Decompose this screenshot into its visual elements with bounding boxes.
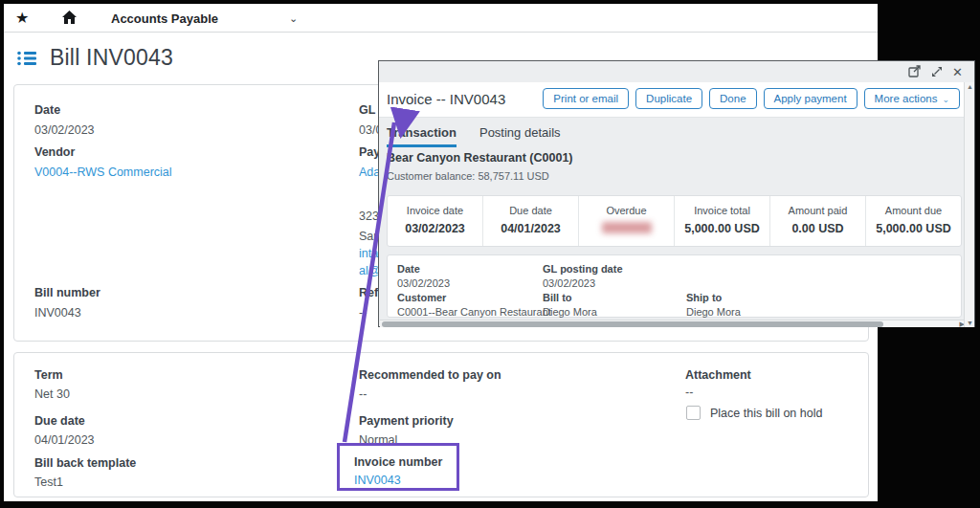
summary-label: Invoice total	[675, 205, 769, 216]
summary-label: Amount paid	[770, 205, 865, 216]
invoice-detail-card: Date 03/02/2023 GL posting date 03/02/20…	[387, 254, 962, 318]
duplicate-button[interactable]: Duplicate	[635, 88, 702, 109]
done-button[interactable]: Done	[709, 88, 757, 109]
tab-posting-details[interactable]: Posting details	[479, 125, 561, 147]
star-icon[interactable]: ★	[15, 10, 29, 27]
overlay-title-bar: Invoice -- INV0043 Print or email Duplic…	[379, 82, 966, 118]
term-label: Term	[34, 368, 63, 382]
summary-value: 5,000.00 USD	[675, 222, 769, 235]
detail-customer-link[interactable]: C0001--Bear Canyon Restaurant	[397, 306, 551, 318]
term-value: Net 30	[34, 387, 70, 401]
overlay-tabs: Transaction Posting details	[387, 125, 561, 147]
overlay-title: Invoice -- INV0043	[387, 91, 505, 107]
invoice-number-label: Invoice number	[354, 455, 442, 469]
summary-col-due-date: Due date 04/01/2023	[483, 196, 579, 246]
bill-back-template-label: Bill back template	[34, 456, 136, 470]
invoice-number-callout-box: Invoice number INV0043	[337, 443, 459, 491]
email-link1-clipped[interactable]: inta	[359, 247, 378, 260]
more-actions-button[interactable]: More actions⌄	[864, 88, 960, 109]
detail-bill-to-link[interactable]: Diego Mora	[543, 306, 597, 318]
due-date-label: Due date	[34, 414, 85, 428]
close-icon[interactable]: ✕	[952, 66, 963, 79]
redacted-overdue-value	[602, 222, 652, 233]
address-line1-clipped: 323	[359, 210, 379, 223]
vertical-scrollbar[interactable]: ▲ ▼	[964, 82, 974, 327]
chevron-down-icon[interactable]: ⌄	[289, 12, 298, 25]
recommended-pay-value: --	[359, 387, 367, 401]
detail-gl-posting-date-label: GL posting date	[543, 263, 623, 275]
date-label: Date	[34, 103, 60, 117]
window-controls: ✕	[908, 64, 963, 81]
top-toolbar: ★ Accounts Payable ⌄	[4, 4, 878, 33]
attachment-label: Attachment	[685, 368, 751, 382]
bill-number-label: Bill number	[34, 286, 100, 299]
horizontal-scrollbar[interactable]: ▶	[380, 320, 966, 327]
vendor-label: Vendor	[34, 145, 75, 159]
summary-label: Amount due	[866, 205, 961, 216]
invoice-number-link[interactable]: INV0043	[354, 474, 401, 487]
invoice-overlay-window: ✕ Invoice -- INV0043 Print or email Dupl…	[378, 60, 975, 327]
address-line2-clipped: San	[359, 230, 380, 243]
detail-ship-to-label: Ship to	[686, 292, 722, 303]
expand-icon[interactable]	[931, 66, 943, 80]
screen: ★ Accounts Payable ⌄ Bill INV0043 Date 0…	[0, 0, 980, 508]
pay-to-link-clipped[interactable]: Ada	[359, 166, 380, 179]
summary-label: Overdue	[579, 205, 674, 216]
summary-value-redacted	[579, 222, 674, 236]
summary-col-invoice-date: Invoice date 03/02/2023	[388, 196, 483, 246]
detail-gl-posting-date-value: 03/02/2023	[543, 277, 595, 289]
apply-payment-button[interactable]: Apply payment	[764, 88, 858, 109]
date-value: 03/02/2023	[34, 123, 95, 137]
payment-priority-label: Payment priority	[359, 414, 454, 428]
vendor-link[interactable]: V0004--RWS Commercial	[34, 166, 172, 179]
page-title: Bill INV0043	[50, 45, 173, 71]
scroll-up-icon[interactable]: ▲	[967, 83, 973, 90]
attachment-value: --	[685, 386, 693, 399]
detail-bill-to-label: Bill to	[543, 292, 572, 303]
summary-col-invoice-total: Invoice total 5,000.00 USD	[675, 196, 770, 246]
hold-checkbox-label: Place this bill on hold	[710, 407, 822, 420]
popout-icon[interactable]	[908, 65, 922, 80]
overlay-action-buttons: Print or email Duplicate Done Apply paym…	[543, 88, 960, 109]
detail-ship-to-link[interactable]: Diego Mora	[686, 306, 741, 318]
summary-col-amount-paid: Amount paid 0.00 USD	[770, 196, 866, 246]
summary-value: 04/01/2023	[483, 222, 578, 235]
customer-balance: Customer balance: 58,757.11 USD	[387, 170, 549, 182]
list-menu-icon[interactable]	[17, 51, 36, 70]
reference-value-clipped: --	[359, 306, 367, 320]
recommended-pay-label: Recommended to pay on	[359, 368, 501, 382]
due-date-value: 04/01/2023	[34, 433, 95, 447]
chevron-down-icon: ⌄	[942, 95, 949, 104]
customer-name: Bear Canyon Restaurant (C0001)	[387, 151, 573, 165]
bill-number-value: INV0043	[34, 306, 81, 320]
app-picker-label[interactable]: Accounts Payable	[111, 11, 218, 26]
detail-customer-label: Customer	[397, 292, 446, 303]
scroll-down-icon[interactable]: ▼	[967, 320, 973, 326]
print-or-email-button[interactable]: Print or email	[543, 88, 629, 109]
summary-value: 0.00 USD	[770, 222, 865, 235]
summary-col-overdue: Overdue	[579, 196, 675, 246]
hold-checkbox[interactable]	[686, 406, 701, 420]
summary-value: 03/02/2023	[388, 222, 482, 235]
summary-label: Due date	[483, 205, 578, 216]
invoice-summary-card: Invoice date 03/02/2023 Due date 04/01/2…	[387, 195, 962, 247]
tab-transaction[interactable]: Transaction	[387, 125, 457, 147]
horizontal-scrollbar-thumb[interactable]	[382, 321, 883, 327]
bill-back-template-value: Test1	[34, 475, 63, 489]
summary-label: Invoice date	[388, 205, 482, 216]
detail-date-value: 03/02/2023	[397, 277, 450, 289]
detail-date-label: Date	[397, 263, 420, 275]
more-actions-label: More actions	[875, 93, 938, 104]
summary-value: 5,000.00 USD	[866, 222, 961, 235]
pay-to-label-clipped: Pay	[359, 145, 380, 159]
home-icon[interactable]	[61, 10, 78, 30]
summary-col-amount-due: Amount due 5,000.00 USD	[866, 196, 961, 246]
